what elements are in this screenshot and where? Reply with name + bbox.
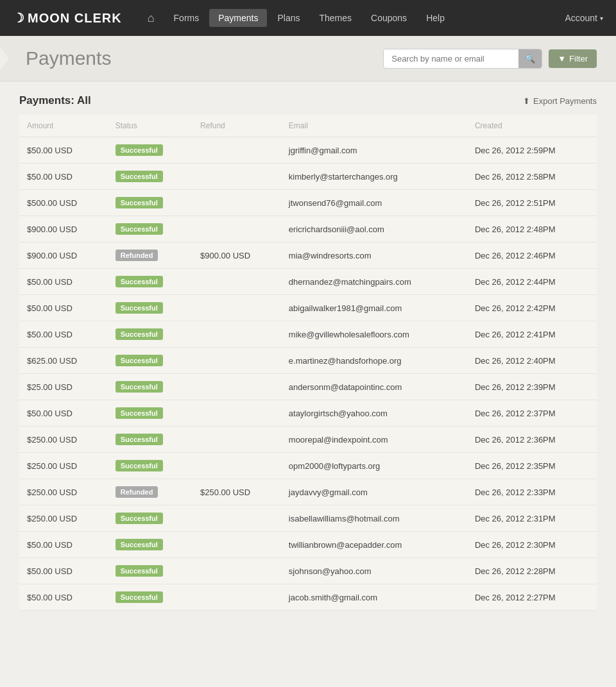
amount-cell: $50.00 USD <box>19 164 108 190</box>
amount-cell: $50.00 USD <box>19 295 108 321</box>
refund-cell: $250.00 USD <box>193 479 281 505</box>
status-cell: Successful <box>108 216 193 242</box>
col-email: Email <box>281 115 467 137</box>
col-refund: Refund <box>193 115 281 137</box>
date-cell: Dec 26, 2012 2:36PM <box>467 427 597 453</box>
refund-cell <box>193 584 281 611</box>
amount-cell: $25.00 USD <box>19 374 108 400</box>
amount-cell: $900.00 USD <box>19 216 108 242</box>
email-cell: jaydavvy@gmail.com <box>281 479 467 505</box>
nav-link-help[interactable]: Help <box>417 9 454 27</box>
amount-cell: $50.00 USD <box>19 321 108 348</box>
table-row[interactable]: $250.00 USDSuccessfulopm2000@loftyparts.… <box>19 453 597 479</box>
logo-text: MOON CLERK <box>28 11 122 26</box>
date-cell: Dec 26, 2012 2:28PM <box>467 558 597 584</box>
email-cell: jgriffin@gmail.com <box>281 137 467 164</box>
table-row[interactable]: $900.00 USDSuccessfulericrichardsoniii@a… <box>19 216 597 242</box>
email-cell: ataylorgirtsch@yahoo.com <box>281 400 467 427</box>
email-cell: andersonm@datapointinc.com <box>281 374 467 400</box>
status-badge: Successful <box>116 407 163 419</box>
table-row[interactable]: $50.00 USDSuccessfulabigailwalker1981@gm… <box>19 295 597 321</box>
amount-cell: $250.00 USD <box>19 453 108 479</box>
table-title: Payments: All <box>19 94 91 107</box>
nav-link-plans[interactable]: Plans <box>268 9 309 27</box>
table-header-row: Payments: All ⬆ Export Payments <box>19 94 597 107</box>
payments-table: AmountStatusRefundEmailCreated $50.00 US… <box>19 115 597 611</box>
status-cell: Successful <box>108 427 193 453</box>
email-cell: mia@windresorts.com <box>281 242 467 269</box>
status-badge: Successful <box>116 144 163 156</box>
status-badge: Successful <box>116 460 163 471</box>
table-row[interactable]: $50.00 USDSuccessfulataylorgirtsch@yahoo… <box>19 400 597 427</box>
table-row[interactable]: $50.00 USDSuccessfuldhernandez@matchingp… <box>19 269 597 295</box>
page-title: Payments <box>26 47 111 69</box>
status-badge: Successful <box>116 223 163 235</box>
nav-link-forms[interactable]: Forms <box>165 9 209 27</box>
search-button[interactable]: 🔍 <box>518 49 542 68</box>
amount-cell: $250.00 USD <box>19 479 108 505</box>
date-cell: Dec 26, 2012 2:37PM <box>467 400 597 427</box>
email-cell: twillianbrown@acepadder.com <box>281 532 467 558</box>
status-cell: Successful <box>108 532 193 558</box>
date-cell: Dec 26, 2012 2:39PM <box>467 374 597 400</box>
refund-cell <box>193 400 281 427</box>
email-cell: dhernandez@matchingpairs.com <box>281 269 467 295</box>
amount-cell: $900.00 USD <box>19 242 108 269</box>
status-badge: Successful <box>116 434 163 445</box>
status-cell: Successful <box>108 558 193 584</box>
table-row[interactable]: $250.00 USDRefunded$250.00 USDjaydavvy@g… <box>19 479 597 505</box>
email-cell: e.martinez@handsforhope.org <box>281 348 467 374</box>
status-cell: Successful <box>108 453 193 479</box>
amount-cell: $625.00 USD <box>19 348 108 374</box>
table-row[interactable]: $625.00 USDSuccessfule.martinez@handsfor… <box>19 348 597 374</box>
date-cell: Dec 26, 2012 2:31PM <box>467 505 597 532</box>
nav-link-themes[interactable]: Themes <box>311 9 361 27</box>
table-row[interactable]: $50.00 USDSuccessfuljgriffin@gmail.comDe… <box>19 137 597 164</box>
account-menu[interactable]: Account ▾ <box>565 13 603 23</box>
date-cell: Dec 26, 2012 2:42PM <box>467 295 597 321</box>
email-cell: kimberly@starterchanges.org <box>281 164 467 190</box>
nav-link-payments[interactable]: Payments <box>209 9 267 27</box>
refund-cell <box>193 427 281 453</box>
status-cell: Refunded <box>108 479 193 505</box>
amount-cell: $250.00 USD <box>19 427 108 453</box>
table-row[interactable]: $25.00 USDSuccessfulandersonm@datapointi… <box>19 374 597 400</box>
status-cell: Successful <box>108 269 193 295</box>
export-label: Export Payments <box>533 96 597 106</box>
email-cell: jacob.smith@gmail.com <box>281 584 467 611</box>
moon-icon: ☽ <box>13 10 25 26</box>
table-row[interactable]: $50.00 USDSuccessfulkimberly@starterchan… <box>19 164 597 190</box>
date-cell: Dec 26, 2012 2:33PM <box>467 479 597 505</box>
email-cell: mike@gvillewholesalefloors.com <box>281 321 467 348</box>
status-badge: Successful <box>116 381 163 393</box>
status-cell: Successful <box>108 137 193 164</box>
refund-cell <box>193 295 281 321</box>
date-cell: Dec 26, 2012 2:44PM <box>467 269 597 295</box>
table-row[interactable]: $50.00 USDSuccessfulmike@gvillewholesale… <box>19 321 597 348</box>
amount-cell: $50.00 USD <box>19 400 108 427</box>
table-row[interactable]: $900.00 USDRefunded$900.00 USDmia@windre… <box>19 242 597 269</box>
filter-button[interactable]: ▼ Filter <box>549 49 597 68</box>
table-row[interactable]: $250.00 USDSuccessfulisabellawilliams@ho… <box>19 505 597 532</box>
status-badge: Successful <box>116 171 163 182</box>
navbar: ☽ MOON CLERK ⌂ FormsPaymentsPlansThemesC… <box>0 0 616 36</box>
status-cell: Successful <box>108 348 193 374</box>
table-row[interactable]: $250.00 USDSuccessfulmoorepal@indexpoint… <box>19 427 597 453</box>
search-input[interactable] <box>384 49 518 68</box>
amount-cell: $50.00 USD <box>19 558 108 584</box>
table-row[interactable]: $500.00 USDSuccessfuljtwonsend76@gmail.c… <box>19 190 597 216</box>
table-row[interactable]: $50.00 USDSuccessfuljacob.smith@gmail.co… <box>19 584 597 611</box>
date-cell: Dec 26, 2012 2:51PM <box>467 190 597 216</box>
nav-links: ⌂ FormsPaymentsPlansThemesCouponsHelp <box>141 8 565 29</box>
search-filter-area: 🔍 ▼ Filter <box>383 49 597 69</box>
email-cell: sjohnson@yahoo.com <box>281 558 467 584</box>
export-button[interactable]: ⬆ Export Payments <box>523 96 597 106</box>
table-row[interactable]: $50.00 USDSuccessfultwillianbrown@acepad… <box>19 532 597 558</box>
email-cell: isabellawilliams@hotmail.com <box>281 505 467 532</box>
refund-cell <box>193 190 281 216</box>
home-icon[interactable]: ⌂ <box>141 8 161 29</box>
table-row[interactable]: $50.00 USDSuccessfulsjohnson@yahoo.comDe… <box>19 558 597 584</box>
amount-cell: $250.00 USD <box>19 505 108 532</box>
nav-link-coupons[interactable]: Coupons <box>362 9 416 27</box>
refund-cell <box>193 374 281 400</box>
